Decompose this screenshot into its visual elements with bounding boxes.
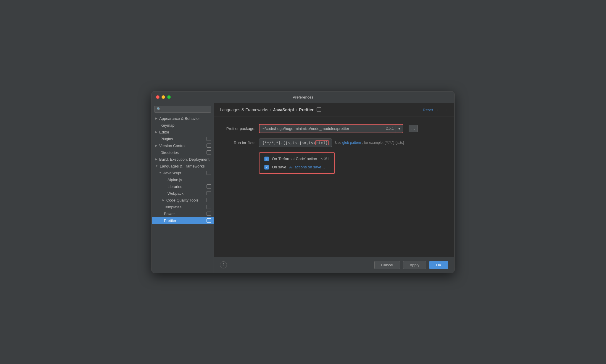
sidebar-item-prettier[interactable]: Prettier [152,217,214,224]
sidebar-item-label: Keymap [160,123,175,128]
chevron-right-icon: ▶ [155,158,157,161]
version-badge: 2.5.1 [384,126,396,131]
sidebar-icon-plugins [207,137,211,141]
sidebar-item-languages[interactable]: ▼ Languages & Frameworks [152,163,214,170]
glob-pattern-link[interactable]: glob pattern [342,141,361,145]
sidebar-icon-js [207,171,211,175]
prettier-package-row: Prettier package: 2.5.1 ▾ … [223,124,445,133]
sidebar-icon-bower [207,212,211,216]
apply-button[interactable]: Apply [403,261,426,269]
glob-example-text: , for example, {**/*,*}.{js,ts} [362,141,404,145]
on-save-checkbox[interactable]: ✓ [264,165,269,170]
sidebar-item-label: JavaScript [163,171,181,175]
reformat-checkbox-row: ✓ On 'Reformat Code' action ⌥⌘L [264,157,330,161]
content-header: Languages & Frameworks › JavaScript › Pr… [214,103,454,117]
sidebar: 🔍 ▶ Appearance & Behavior Keymap ▶ Edito… [152,103,214,273]
close-button[interactable] [156,95,159,99]
sidebar-item-version-control[interactable]: ▶ Version Control [152,142,214,149]
sidebar-item-label: Code Quality Tools [166,198,199,202]
reset-button[interactable]: Reset [423,108,433,112]
all-actions-link[interactable]: All actions on save… [289,165,325,169]
sidebar-item-label: Bower [164,212,175,216]
header-actions: Reset ← → [423,107,448,112]
sidebar-icon-prettier [207,218,211,223]
sidebar-icon-templates [207,205,211,209]
sidebar-item-editor[interactable]: ▶ Editor [152,129,214,136]
sidebar-item-plugins[interactable]: Plugins [152,136,214,142]
on-save-checkbox-row: ✓ On save All actions on save… [264,165,330,170]
titlebar: Preferences [152,91,454,103]
dropdown-arrow-icon[interactable]: ▾ [396,125,403,133]
sidebar-item-directories[interactable]: Directories [152,149,214,156]
sidebar-item-label: Directories [160,150,179,155]
breadcrumb-sep1: › [270,107,271,112]
sidebar-item-label: Webpack [167,191,183,196]
sidebar-item-code-quality[interactable]: ▶ Code Quality Tools [152,197,214,204]
preferences-window: Preferences 🔍 ▶ Appearance & Behavior Ke… [152,91,454,273]
reformat-label: On 'Reformat Code' action [272,157,317,161]
sidebar-item-build[interactable]: ▶ Build, Execution, Deployment [152,156,214,163]
run-for-files-label: Run for files: [223,141,255,145]
prettier-package-label: Prettier package: [223,126,255,131]
glob-html-highlight: html} [315,140,329,145]
ellipsis-button[interactable]: … [409,125,418,132]
breadcrumb-part1: Languages & Frameworks [220,107,268,112]
checkboxes-section: ✓ On 'Reformat Code' action ⌥⌘L ✓ On sav… [259,152,335,174]
prettier-package-input-wrapper: 2.5.1 ▾ [259,124,403,133]
breadcrumb: Languages & Frameworks › JavaScript › Pr… [220,107,321,112]
sidebar-item-webpack[interactable]: Webpack [152,190,214,197]
sidebar-item-label: Libraries [167,184,182,189]
breadcrumb-part3: Prettier [299,107,314,112]
sidebar-item-templates[interactable]: Templates [152,204,214,210]
traffic-lights [156,95,171,99]
sidebar-item-label: Editor [159,130,169,134]
glob-value-prefix: {**/*,*}.{js,ts,jsx,tsx [262,141,315,145]
sidebar-icon-dir [207,150,211,154]
sidebar-item-label: Version Control [159,144,186,148]
help-button[interactable]: ? [220,261,227,268]
settings-icon [317,107,321,112]
content-area: Languages & Frameworks › JavaScript › Pr… [214,103,454,273]
back-arrow-button[interactable]: ← [436,107,441,112]
checkmark-icon: ✓ [265,157,268,160]
breadcrumb-icon [315,107,321,112]
sidebar-item-keymap[interactable]: Keymap [152,122,214,129]
checkmark-icon: ✓ [265,165,268,169]
content-body: Prettier package: 2.5.1 ▾ … Run for file… [214,117,454,257]
minimize-button[interactable] [162,95,165,99]
sidebar-icon-lib [207,184,211,189]
sidebar-item-label: Templates [164,205,181,209]
run-for-files-wrapper: {**/*,*}.{js,ts,jsx,tsxhtml} Use glob pa… [259,138,404,147]
sidebar-item-bower[interactable]: Bower [152,210,214,217]
sidebar-item-label: Build, Execution, Deployment [159,157,209,162]
forward-arrow-button[interactable]: → [444,107,448,112]
sidebar-item-label: Plugins [160,137,173,141]
sidebar-item-label: Appearance & Behavior [159,116,200,121]
sidebar-item-label: Prettier [164,218,176,223]
sidebar-icon-webpack [207,191,211,195]
sidebar-item-label: Alpine.js [167,178,182,182]
chevron-right-icon: ▶ [155,131,157,133]
prettier-package-input[interactable] [260,125,384,132]
sidebar-item-appearance[interactable]: ▶ Appearance & Behavior [152,115,214,122]
sidebar-icon-vc [207,144,211,148]
search-box[interactable]: 🔍 [154,106,211,113]
glob-input[interactable]: {**/*,*}.{js,ts,jsx,tsxhtml} [259,138,332,147]
glob-hint-text: Use glob pattern , for example, {**/*,*}… [335,141,404,145]
chevron-right-icon: ▶ [155,117,157,120]
sidebar-item-libraries[interactable]: Libraries [152,183,214,190]
ok-button[interactable]: OK [429,261,448,269]
sidebar-item-alpinejs[interactable]: Alpine.js [152,176,214,183]
search-input[interactable] [163,107,209,111]
maximize-button[interactable] [167,95,171,99]
breadcrumb-part2: JavaScript [273,107,294,112]
chevron-right-icon: ▶ [155,144,157,147]
reformat-checkbox[interactable]: ✓ [264,157,269,161]
main-layout: 🔍 ▶ Appearance & Behavior Keymap ▶ Edito… [152,103,454,273]
reformat-shortcut: ⌥⌘L [320,157,330,161]
sidebar-item-javascript[interactable]: ▼ JavaScript [152,170,214,176]
breadcrumb-sep2: › [296,107,297,112]
sidebar-item-label: Languages & Frameworks [160,164,205,168]
window-title: Preferences [293,95,313,99]
cancel-button[interactable]: Cancel [374,261,400,269]
